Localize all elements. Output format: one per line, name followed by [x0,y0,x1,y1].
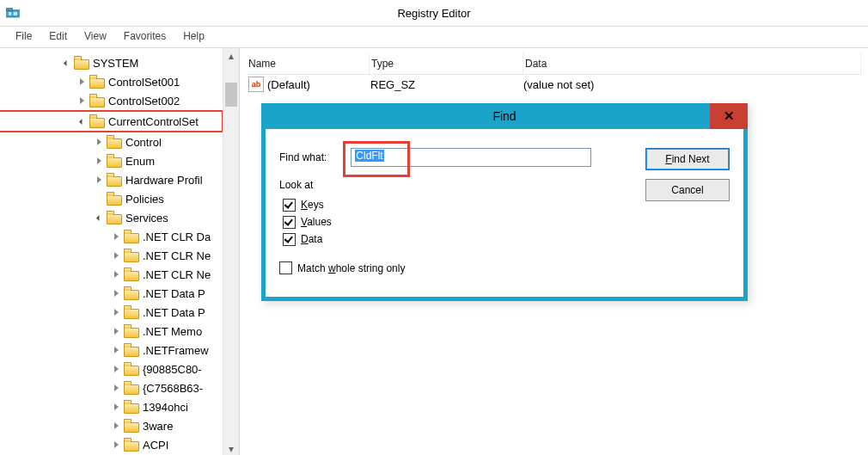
checkbox-icon [283,216,296,229]
value-type: REG_SZ [369,78,522,91]
toggle-icon[interactable] [60,57,72,69]
svg-rect-3 [14,12,18,15]
col-header-name[interactable]: Name [247,53,370,74]
tree-label: {C7568B63- [143,382,203,395]
menu-file[interactable]: File [7,27,40,47]
folder-icon [74,56,89,70]
tree-node-service[interactable]: {90885C80- [0,360,223,378]
menu-view[interactable]: View [76,27,115,47]
tree-node-service[interactable]: .NET Memo [0,322,223,341]
menu-edit[interactable]: Edit [40,27,76,47]
folder-icon [124,419,139,433]
tree-node-service[interactable]: 1394ohci [0,397,223,416]
checkbox-values[interactable]: Values [279,213,730,231]
tree-node-service[interactable]: {C7568B63- [0,378,223,397]
tree-node-currentcontrolset[interactable]: CurrentControlSet [0,110,223,132]
find-titlebar[interactable]: Find ✕ [261,103,748,129]
toggle-icon[interactable] [93,174,105,186]
checkbox-label: eys [308,199,324,211]
folder-icon [107,211,122,224]
toggle-icon[interactable] [76,115,88,127]
scroll-down-icon[interactable]: ▾ [223,441,239,455]
cancel-button[interactable]: Cancel [645,179,730,201]
toggle-icon[interactable] [93,155,105,167]
toggle-icon[interactable] [110,344,122,356]
value-data: (value not set) [522,78,861,91]
find-what-label: Find what: [279,151,327,163]
close-icon: ✕ [724,108,735,124]
tree-label: Control [125,136,162,149]
folder-icon [107,192,122,206]
folder-icon [89,94,105,108]
folder-icon [124,230,139,243]
tree-label: .NET Data P [143,287,205,300]
toggle-icon[interactable] [110,401,122,413]
folder-icon [89,75,105,89]
folder-icon [89,114,105,128]
list-row[interactable]: ab (Default) REG_SZ (value not set) [247,75,861,94]
tree-node-service[interactable]: .NET CLR Da [0,227,223,246]
tree-node-controlset002[interactable]: ControlSet002 [0,91,223,110]
list-header: Name Type Data [247,53,861,75]
menu-favorites[interactable]: Favorites [115,27,174,47]
find-what-value: CldFlt [355,150,383,162]
tree-node-service[interactable]: .NET Data P [0,303,223,322]
menubar: File Edit View Favorites Help [0,27,868,48]
tree-node-service[interactable]: .NET Data P [0,284,223,303]
tree-node-controlset001[interactable]: ControlSet001 [0,72,223,91]
toggle-icon[interactable] [110,287,122,299]
toggle-icon[interactable] [93,212,105,224]
button-label: ind Next [672,153,710,165]
toggle-icon[interactable] [110,268,122,280]
tree-label: Hardware Profil [125,174,203,187]
menu-help[interactable]: Help [174,27,213,47]
tree-node-service[interactable]: ACPI [0,435,223,454]
folder-icon [124,400,139,414]
col-header-data[interactable]: Data [523,53,861,74]
col-header-type[interactable]: Type [370,53,523,74]
toggle-icon[interactable] [110,420,122,432]
folder-icon [107,173,122,187]
tree-label: 1394ohci [143,401,188,414]
toggle-icon[interactable] [110,363,122,375]
tree-label: .NET Memo [143,325,202,338]
toggle-icon[interactable] [110,231,122,243]
tree-node-system[interactable]: SYSTEM [0,53,223,72]
values-pane: Name Type Data ab (Default) REG_SZ (valu… [240,48,868,455]
tree-node-services[interactable]: Services [0,208,223,227]
reg-sz-icon: ab [248,77,264,92]
toggle-icon[interactable] [76,76,88,88]
toggle-icon[interactable] [76,95,88,107]
toggle-icon[interactable] [110,382,122,394]
tree-node-hardware-profiles[interactable]: Hardware Profil [0,170,223,189]
tree-scrollbar[interactable]: ▴ ▾ [223,48,239,455]
folder-icon [124,249,139,262]
folder-icon [107,154,122,168]
tree-node-service[interactable]: .NET CLR Ne [0,246,223,265]
toggle-icon[interactable] [110,249,122,261]
app-title: Registry Editor [0,7,868,20]
tree-label: ACPI [143,439,168,452]
scroll-thumb[interactable] [225,83,237,107]
checkbox-data[interactable]: Data [279,231,730,248]
main-split: SYSTEM ControlSet001 ControlSet002 Curre… [0,48,868,455]
regedit-icon [5,5,21,21]
folder-icon [124,438,139,452]
tree-node-policies[interactable]: Policies [0,189,223,208]
toggle-icon[interactable] [110,439,122,451]
find-what-input[interactable]: CldFlt [351,148,591,167]
tree-node-service[interactable]: .NETFramew [0,341,223,360]
checkbox-match-whole[interactable]: Match whole string only [279,261,730,274]
tree-node-control[interactable]: Control [0,132,223,151]
checkbox-icon [283,199,296,212]
tree-label: Services [125,212,168,224]
find-next-button[interactable]: Find Next [645,148,730,170]
scroll-up-icon[interactable]: ▴ [223,48,239,64]
tree-node-enum[interactable]: Enum [0,151,223,170]
tree-node-service[interactable]: .NET CLR Ne [0,265,223,284]
close-button[interactable]: ✕ [710,103,748,129]
toggle-icon[interactable] [110,325,122,337]
tree-node-service[interactable]: 3ware [0,416,223,435]
toggle-icon[interactable] [110,306,122,318]
toggle-icon[interactable] [93,136,105,148]
